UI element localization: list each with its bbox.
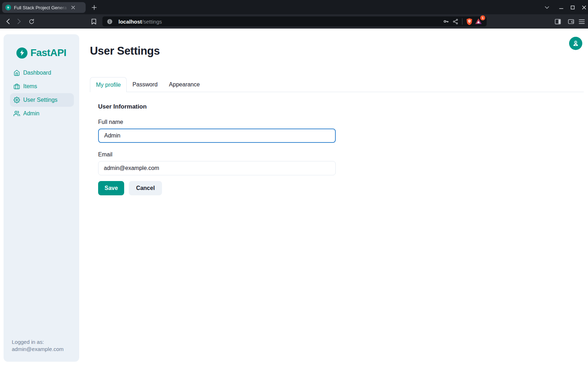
browser-tab[interactable]: Full Stack Project Genera [2,2,86,13]
share-icon[interactable] [451,17,460,26]
window-minimize-button[interactable] [556,2,566,12]
sidebar-item-label: User Settings [23,97,57,103]
sidebar-item-user-settings[interactable]: User Settings [10,93,74,107]
logged-in-as-label: Logged in as: [12,339,64,346]
address-bar[interactable]: localhost/settings 1 [102,16,487,26]
full-name-input[interactable] [98,129,336,143]
brave-shield-icon[interactable] [465,17,474,26]
wallet-icon[interactable] [566,16,576,26]
users-icon [14,110,20,117]
sidebar-toggle-icon[interactable] [553,16,563,26]
email-label: Email [98,151,336,158]
reload-button[interactable] [26,16,36,26]
fastapi-favicon-icon [5,5,11,10]
toolbar-divider [462,18,462,25]
cancel-button[interactable]: Cancel [129,181,162,195]
profile-form: User Information Full name Email Save Ca… [98,92,336,195]
url-path: /settings [142,19,162,25]
forward-button[interactable] [14,16,24,26]
sidebar-item-dashboard[interactable]: Dashboard [10,66,74,80]
email-input[interactable] [98,161,336,175]
logged-in-email: admin@example.com [12,346,64,353]
back-button[interactable] [3,16,13,26]
full-name-label: Full name [98,119,336,125]
briefcase-icon [14,83,20,90]
logo-text: FastAPI [30,47,66,59]
sidebar-nav: Dashboard Items User Settings Admin [10,66,74,120]
home-icon [14,70,20,76]
window-close-button[interactable] [579,2,588,12]
new-tab-button[interactable] [89,2,99,12]
brave-rewards-icon[interactable]: 1 [474,17,483,26]
sidebar-footer: Logged in as: admin@example.com [12,339,64,353]
key-icon[interactable] [441,17,451,26]
sidebar-item-label: Items [23,83,37,90]
user-menu-button[interactable] [569,37,582,50]
fastapi-bolt-icon [16,47,27,59]
tab-search-chevron-icon[interactable] [542,2,552,12]
section-title: User Information [98,103,336,110]
gear-icon [14,97,20,103]
fastapi-logo: FastAPI [4,34,79,59]
tab-close-icon[interactable] [70,4,77,11]
rewards-badge: 1 [480,15,485,20]
sidebar: FastAPI Dashboard Items User Settings Ad… [4,34,79,362]
menu-hamburger-icon[interactable] [577,16,587,26]
window-maximize-button[interactable] [568,2,578,12]
sidebar-item-items[interactable]: Items [10,80,74,93]
sidebar-item-label: Admin [23,110,39,117]
site-info-icon[interactable] [105,17,114,26]
settings-tabs: My profile Password Appearance [90,77,584,92]
tab-appearance[interactable]: Appearance [163,77,206,92]
save-button[interactable]: Save [98,181,124,195]
user-astronaut-icon [572,40,579,47]
browser-tab-strip: Full Stack Project Genera [0,0,588,14]
url-host: localhost [118,19,142,25]
form-actions: Save Cancel [98,181,336,195]
tab-my-profile[interactable]: My profile [90,77,127,92]
browser-toolbar: localhost/settings 1 [0,14,588,29]
tab-password[interactable]: Password [127,77,163,92]
tab-title: Full Stack Project Genera [14,5,70,10]
page-title: User Settings [90,45,160,57]
sidebar-item-label: Dashboard [23,70,51,76]
page-content: FastAPI Dashboard Items User Settings Ad… [0,29,588,366]
bookmark-icon[interactable] [89,16,99,26]
sidebar-item-admin[interactable]: Admin [10,107,74,120]
